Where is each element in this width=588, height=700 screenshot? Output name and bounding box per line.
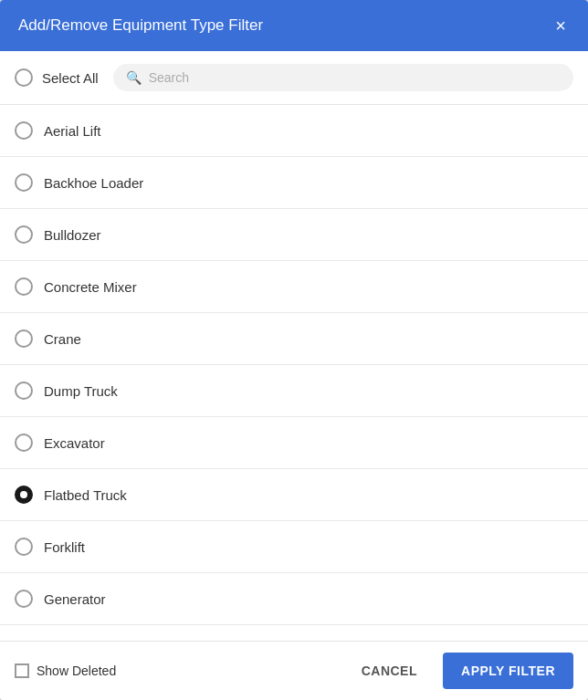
search-row: Select All 🔍 xyxy=(0,51,588,105)
list-item[interactable]: Dump Truck xyxy=(0,365,588,417)
item-radio xyxy=(15,173,33,192)
list-item[interactable]: Backhoe Loader xyxy=(0,157,588,209)
select-all-label[interactable]: Select All xyxy=(15,68,99,87)
modal-header: Add/Remove Equipment Type Filter × xyxy=(0,0,588,51)
list-item[interactable]: Excavator xyxy=(0,417,588,469)
list-item[interactable]: Bulldozer xyxy=(0,209,588,261)
item-label: Backhoe Loader xyxy=(44,175,143,191)
close-button[interactable]: × xyxy=(551,15,570,37)
search-container: 🔍 xyxy=(113,64,573,91)
item-radio xyxy=(15,434,33,452)
item-label: Bulldozer xyxy=(44,227,101,243)
item-label: Generator xyxy=(44,591,106,607)
modal-container: Add/Remove Equipment Type Filter × Selec… xyxy=(0,0,588,700)
item-label: Dump Truck xyxy=(44,383,118,399)
list-item[interactable]: Flatbed Truck xyxy=(0,469,588,521)
list-item[interactable]: Aerial Lift xyxy=(0,105,588,157)
item-label: Forklift xyxy=(44,539,85,555)
select-all-text: Select All xyxy=(42,70,99,86)
list-item[interactable]: Concrete Mixer xyxy=(0,261,588,313)
show-deleted-label[interactable]: Show Deleted xyxy=(15,663,116,678)
equipment-list: Aerial Lift Backhoe Loader Bulldozer Con… xyxy=(0,105,588,641)
footer-actions: CANCEL APPLY FILTER xyxy=(343,653,573,689)
item-label: Flatbed Truck xyxy=(44,487,127,503)
item-label: Excavator xyxy=(44,435,105,451)
item-label: Concrete Mixer xyxy=(44,279,137,295)
modal-title: Add/Remove Equipment Type Filter xyxy=(18,16,263,35)
show-deleted-text: Show Deleted xyxy=(37,663,116,678)
item-radio xyxy=(15,225,33,244)
item-label: Aerial Lift xyxy=(44,123,101,139)
item-radio xyxy=(15,538,33,556)
list-item[interactable]: Pickup Truck xyxy=(0,625,588,641)
item-radio xyxy=(15,381,33,400)
item-radio xyxy=(15,277,33,296)
list-item[interactable]: Generator xyxy=(0,573,588,625)
item-radio xyxy=(15,121,33,140)
item-radio xyxy=(15,590,33,608)
apply-filter-button[interactable]: APPLY FILTER xyxy=(443,653,573,689)
cancel-button[interactable]: CANCEL xyxy=(343,654,436,687)
list-item[interactable]: Forklift xyxy=(0,521,588,573)
list-item[interactable]: Crane xyxy=(0,313,588,365)
search-input[interactable] xyxy=(149,70,561,85)
item-label: Crane xyxy=(44,331,81,347)
select-all-radio[interactable] xyxy=(15,68,33,87)
search-icon: 🔍 xyxy=(126,70,142,85)
modal-footer: Show Deleted CANCEL APPLY FILTER xyxy=(0,641,588,700)
item-radio xyxy=(15,329,33,348)
show-deleted-checkbox[interactable] xyxy=(15,663,29,678)
item-radio xyxy=(15,486,33,504)
